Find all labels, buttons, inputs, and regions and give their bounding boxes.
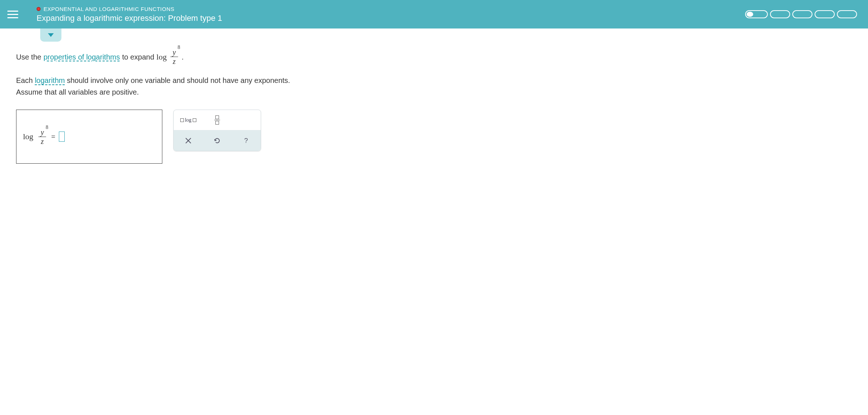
denominator: z bbox=[173, 57, 176, 65]
numerator-var: y bbox=[173, 48, 176, 56]
text: . bbox=[182, 50, 184, 64]
svg-text:?: ? bbox=[244, 137, 248, 144]
numerator-exponent: 8 bbox=[46, 125, 48, 130]
equals-sign: = bbox=[51, 133, 55, 141]
problem-statement-line1: Use the properties of logarithms to expa… bbox=[16, 49, 423, 65]
progress-pill bbox=[745, 10, 768, 18]
log-label: log bbox=[156, 50, 167, 64]
dropdown-tab[interactable] bbox=[40, 28, 61, 42]
problem-content: Use the properties of logarithms to expa… bbox=[0, 28, 439, 184]
text: Use the bbox=[16, 50, 41, 64]
numerator-var: y bbox=[41, 128, 44, 136]
properties-of-logarithms-link[interactable]: properties of logarithms bbox=[44, 50, 120, 64]
answer-box[interactable]: log y 8 z = bbox=[16, 110, 162, 164]
placeholder-box-icon bbox=[215, 115, 219, 119]
denominator: z bbox=[41, 137, 44, 145]
text: Assume that all variables are positive. bbox=[16, 88, 139, 96]
breadcrumb: EXPONENTIAL AND LOGARITHMIC FUNCTIONS bbox=[37, 6, 745, 12]
fraction: y 8 z bbox=[170, 49, 178, 65]
tool-fraction-template[interactable] bbox=[203, 110, 231, 130]
breadcrumb-label: EXPONENTIAL AND LOGARITHMIC FUNCTIONS bbox=[44, 6, 174, 12]
fraction: y 8 z bbox=[38, 129, 46, 145]
text: Each bbox=[16, 76, 35, 84]
page-title: Expanding a logarithmic expression: Prob… bbox=[37, 14, 745, 23]
work-area: log y 8 z = log bbox=[16, 110, 423, 164]
app-header: EXPONENTIAL AND LOGARITHMIC FUNCTIONS Ex… bbox=[0, 0, 868, 28]
progress-pill bbox=[837, 10, 857, 18]
problem-statement-line2: Each logarithm should involve only one v… bbox=[16, 75, 423, 98]
progress-pill bbox=[770, 10, 790, 18]
math-toolbox: log bbox=[173, 110, 261, 151]
tool-empty bbox=[232, 110, 261, 130]
text: should involve only one variable and sho… bbox=[65, 76, 290, 84]
tool-log-template[interactable]: log bbox=[174, 110, 203, 130]
status-dot-icon bbox=[37, 7, 41, 11]
help-icon: ? bbox=[242, 137, 250, 144]
text: to expand bbox=[122, 50, 154, 64]
logarithm-link[interactable]: logarithm bbox=[35, 76, 65, 84]
answer-input[interactable] bbox=[59, 132, 65, 142]
progress-pill bbox=[815, 10, 835, 18]
close-icon bbox=[185, 137, 192, 144]
progress-indicator bbox=[745, 10, 857, 18]
header-text-block: EXPONENTIAL AND LOGARITHMIC FUNCTIONS Ex… bbox=[37, 6, 745, 23]
placeholder-box-icon bbox=[215, 121, 219, 125]
log-label: log bbox=[23, 132, 33, 141]
progress-pill bbox=[792, 10, 812, 18]
chevron-down-icon bbox=[48, 33, 54, 37]
clear-button[interactable] bbox=[174, 130, 203, 151]
svg-marker-0 bbox=[48, 33, 54, 37]
menu-button[interactable] bbox=[7, 7, 22, 22]
numerator-exponent: 8 bbox=[178, 45, 180, 50]
undo-button[interactable] bbox=[203, 130, 231, 151]
undo-icon bbox=[214, 137, 221, 144]
tool-log-label: log bbox=[185, 117, 192, 123]
answer-expression: log y 8 z = bbox=[23, 129, 65, 145]
help-button[interactable]: ? bbox=[232, 130, 261, 151]
placeholder-box-icon bbox=[193, 118, 196, 122]
placeholder-box-icon bbox=[180, 118, 184, 122]
